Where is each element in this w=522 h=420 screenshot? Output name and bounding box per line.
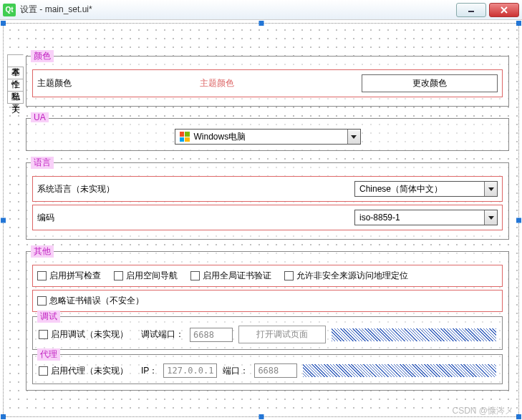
- resize-handle[interactable]: [516, 414, 521, 419]
- close-button[interactable]: [489, 3, 519, 17]
- tab-privacy[interactable]: 隐私: [7, 79, 24, 92]
- debug-port-input[interactable]: 6688: [190, 328, 233, 342]
- minimize-button[interactable]: [456, 3, 486, 17]
- chk-cert[interactable]: 启用全局证书验证: [190, 270, 271, 282]
- resize-handle[interactable]: [1, 414, 6, 419]
- open-debug-button[interactable]: 打开调试页面: [238, 326, 326, 343]
- group-debug: 调试 启用调试（未实现） 调试端口： 6688 打开调试页面: [32, 316, 503, 350]
- theme-color-placeholder: 主题颜色: [77, 77, 356, 89]
- proxy-ip-label: IP：: [141, 365, 158, 377]
- chevron-down-icon: [484, 210, 497, 225]
- legend-other: 其他: [31, 245, 54, 258]
- debug-port-label: 调试端口：: [141, 328, 184, 341]
- encoding-label: 编码: [37, 212, 54, 224]
- group-proxy: 代理 启用代理（未实现） IP： 127.0.0.1 端口： 6688: [32, 354, 503, 384]
- resize-handle[interactable]: [516, 218, 521, 223]
- group-other: 其他 启用拼写检查 启用空间导航 启用全局证书验证 允许非安全来源访问地理定位 …: [26, 251, 509, 391]
- resize-handle[interactable]: [258, 414, 264, 419]
- theme-color-label: 主题颜色: [37, 77, 72, 89]
- legend-proxy: 代理: [37, 348, 60, 361]
- chk-ignore-cert[interactable]: 忽略证书错误（不安全）: [37, 295, 144, 307]
- spacer-hatch: [332, 328, 496, 341]
- ua-combo[interactable]: Windows电脑: [175, 129, 361, 145]
- spacer-hatch: [303, 364, 496, 377]
- chk-debug[interactable]: 启用调试（未实现）: [39, 328, 128, 341]
- legend-lang: 语言: [31, 157, 54, 169]
- change-color-button[interactable]: 更改颜色: [362, 74, 498, 92]
- qt-icon: Qt: [3, 4, 16, 16]
- encoding-combo[interactable]: iso-8859-1: [354, 210, 498, 225]
- chk-proxy[interactable]: 启用代理（未实现）: [39, 365, 128, 377]
- sys-lang-combo[interactable]: Chinese（简体中文）: [354, 181, 498, 197]
- chk-geo[interactable]: 允许非安全来源访问地理定位: [284, 270, 408, 282]
- group-lang: 语言 系统语言（未实现） Chinese（简体中文） 编码 iso-8859-1: [26, 162, 509, 240]
- resize-handle[interactable]: [1, 21, 6, 26]
- tab-basic[interactable]: 基本: [7, 54, 24, 67]
- tab-personal[interactable]: 个性: [7, 67, 24, 79]
- resize-handle[interactable]: [258, 21, 264, 26]
- legend-debug: 调试: [37, 311, 60, 323]
- tab-about[interactable]: 关于: [7, 91, 24, 104]
- legend-color: 颜色: [31, 50, 54, 62]
- chk-space-nav[interactable]: 启用空间导航: [114, 270, 178, 282]
- sys-lang-label: 系统语言（未实现）: [37, 183, 115, 195]
- group-ua: UA Windows电脑: [26, 118, 509, 151]
- chevron-down-icon: [347, 130, 360, 144]
- resize-handle[interactable]: [516, 21, 521, 26]
- group-color: 颜色 主题颜色 主题颜色 更改颜色: [26, 56, 509, 107]
- windows-icon: [180, 132, 190, 142]
- window-title: 设置 - main_set.ui*: [20, 4, 92, 16]
- proxy-ip-input[interactable]: 127.0.0.1: [163, 363, 217, 378]
- legend-ua: UA: [31, 112, 49, 122]
- proxy-port-label: 端口：: [223, 365, 248, 377]
- watermark: CSDN @慷涔メ: [452, 405, 513, 417]
- proxy-port-input[interactable]: 6688: [254, 363, 297, 378]
- chevron-down-icon: [484, 182, 497, 196]
- chk-spell[interactable]: 启用拼写检查: [37, 270, 101, 282]
- resize-handle[interactable]: [1, 218, 6, 223]
